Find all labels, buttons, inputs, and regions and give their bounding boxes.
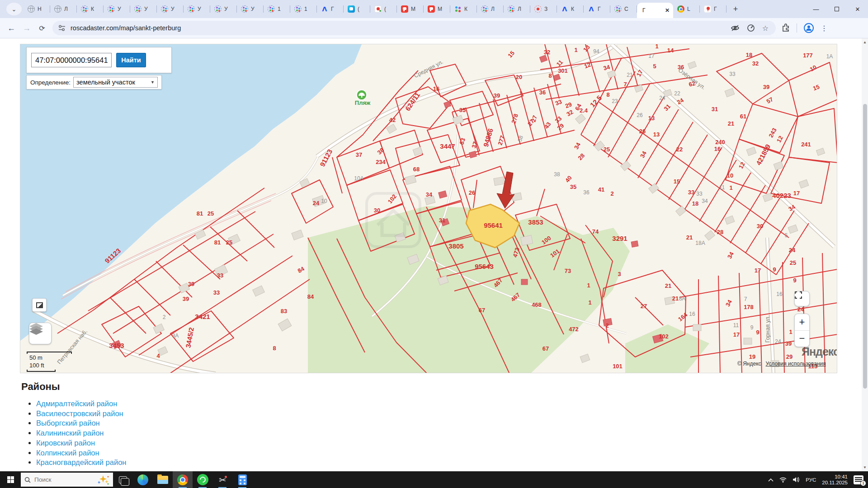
taskbar-clock[interactable]: 10:41 20.11.2025: [822, 474, 848, 486]
browser-tab[interactable]: У: [104, 0, 130, 18]
find-button[interactable]: Найти: [116, 53, 146, 67]
reload-button[interactable]: ⟳: [34, 20, 50, 36]
parcel-label: 15: [674, 178, 680, 185]
browser-tab[interactable]: У: [237, 0, 264, 18]
volume-icon[interactable]: [793, 477, 800, 483]
snipping-tool-button[interactable]: ✂: [212, 471, 232, 488]
map-type-button[interactable]: [32, 298, 47, 312]
browser-tab[interactable]: L: [673, 0, 700, 18]
layers-button[interactable]: [29, 323, 52, 344]
tab-title: Н: [38, 6, 42, 12]
scrollbar-thumb[interactable]: [863, 104, 867, 389]
districts-section: Районы Адмиралтейский районВасилеостровс…: [21, 381, 126, 468]
password-eye-off-icon[interactable]: [731, 24, 740, 32]
definition-select[interactable]: земельный участок ▼: [73, 77, 158, 88]
page-scrollbar[interactable]: ▲ ▼: [862, 38, 868, 471]
taskbar-search[interactable]: [21, 473, 113, 487]
c-favicon-icon: [508, 5, 515, 13]
browser-tab[interactable]: 1: [290, 0, 317, 18]
browser-tab[interactable]: У: [184, 0, 210, 18]
active-tab[interactable]: Г ✕: [637, 3, 673, 18]
district-link[interactable]: Выборгский район: [36, 419, 100, 427]
map-type-icon: [36, 302, 43, 308]
browser-tab[interactable]: Г: [584, 0, 610, 18]
district-list-item: Кировский район: [36, 438, 126, 448]
browser-tab[interactable]: Н: [24, 0, 50, 18]
forward-button[interactable]: →: [19, 20, 34, 36]
minimize-button[interactable]: —: [806, 0, 826, 18]
district-link[interactable]: Колпинский район: [36, 449, 99, 457]
tab-search-button[interactable]: ⌄: [6, 3, 22, 15]
wifi-icon[interactable]: [779, 477, 787, 483]
c-favicon-icon: [108, 5, 115, 13]
parcel-label: 101: [613, 363, 623, 370]
district-link[interactable]: Василеостровский район: [36, 409, 123, 418]
browser-tab[interactable]: Л: [504, 0, 530, 18]
parcel-label: 34: [426, 191, 433, 198]
browser-tab[interactable]: У: [157, 0, 184, 18]
browser-tab[interactable]: М: [424, 0, 450, 18]
performance-icon[interactable]: [747, 24, 755, 32]
parcel-label: 5: [653, 63, 656, 70]
browser-tab[interactable]: У: [130, 0, 157, 18]
task-view-button[interactable]: [113, 471, 133, 488]
parcel-label: 39: [494, 92, 500, 99]
c-favicon-icon: [188, 5, 195, 13]
browser-tab[interactable]: (: [370, 0, 397, 18]
tab-title: У: [198, 6, 201, 12]
zoom-in-button[interactable]: +: [795, 314, 809, 331]
notifications-button[interactable]: 1: [854, 475, 863, 484]
cadastral-map[interactable]: 1642353915137382346834301023126344763379…: [20, 44, 837, 373]
edge-button[interactable]: [133, 471, 153, 488]
browser-tab[interactable]: З: [530, 0, 557, 18]
menu-kebab-icon[interactable]: ⋮: [821, 24, 828, 33]
parcel-label: 9: [793, 277, 796, 284]
url-bar[interactable]: roscadaster.com/map/sankt-peterburg ☆: [52, 21, 776, 35]
profile-avatar-icon[interactable]: [803, 23, 814, 33]
browser-tab[interactable]: Г: [700, 0, 726, 18]
maximize-button[interactable]: [826, 0, 847, 18]
district-link[interactable]: Красногвардейский район: [36, 458, 126, 466]
browser-tab[interactable]: С: [610, 0, 637, 18]
language-indicator[interactable]: РУС: [806, 477, 816, 483]
cadastral-number-input[interactable]: [31, 53, 112, 67]
whatsapp-button[interactable]: [193, 471, 212, 488]
chrome-button[interactable]: [173, 471, 193, 488]
browser-tab[interactable]: К: [77, 0, 104, 18]
extensions-icon[interactable]: [781, 23, 790, 33]
parcel-label: 21: [672, 295, 679, 302]
scroll-up-icon[interactable]: ▲: [863, 40, 867, 44]
folder-icon: [157, 476, 168, 484]
browser-tab[interactable]: М: [397, 0, 424, 18]
new-tab-button[interactable]: +: [729, 3, 742, 15]
taskbar-search-input[interactable]: [34, 476, 84, 483]
tab-title: Л: [491, 6, 495, 12]
site-info-icon[interactable]: [58, 25, 66, 31]
calculator-button[interactable]: [232, 471, 252, 488]
start-button[interactable]: [0, 471, 21, 488]
parcel-label: 472: [569, 326, 579, 333]
scroll-down-icon[interactable]: ▼: [863, 465, 867, 469]
browser-tab[interactable]: Г: [317, 0, 344, 18]
hidden-icons-chevron[interactable]: [768, 478, 774, 482]
zoom-out-button[interactable]: −: [795, 331, 809, 347]
browser-tab[interactable]: К: [450, 0, 477, 18]
parcel-label: 178: [744, 304, 754, 310]
browser-tab[interactable]: 1: [264, 0, 290, 18]
browser-tab[interactable]: У: [210, 0, 237, 18]
browser-tab[interactable]: (: [344, 0, 370, 18]
file-explorer-button[interactable]: [153, 471, 173, 488]
bookmark-star-icon[interactable]: ☆: [762, 24, 769, 33]
street-label: Горная ул.: [764, 315, 771, 343]
browser-tab[interactable]: Л: [50, 0, 77, 18]
fullscreen-button[interactable]: [794, 291, 810, 306]
close-tab-icon[interactable]: ✕: [665, 7, 670, 14]
district-link[interactable]: Калининский район: [36, 429, 104, 437]
district-link[interactable]: Адмиралтейский район: [36, 399, 117, 408]
browser-tab[interactable]: Л: [477, 0, 504, 18]
browser-tab[interactable]: К: [557, 0, 584, 18]
back-button[interactable]: ←: [4, 20, 19, 36]
terms-link[interactable]: Условия использования: [766, 361, 826, 367]
district-link[interactable]: Кировский район: [36, 439, 95, 447]
close-window-button[interactable]: ✕: [847, 0, 868, 18]
